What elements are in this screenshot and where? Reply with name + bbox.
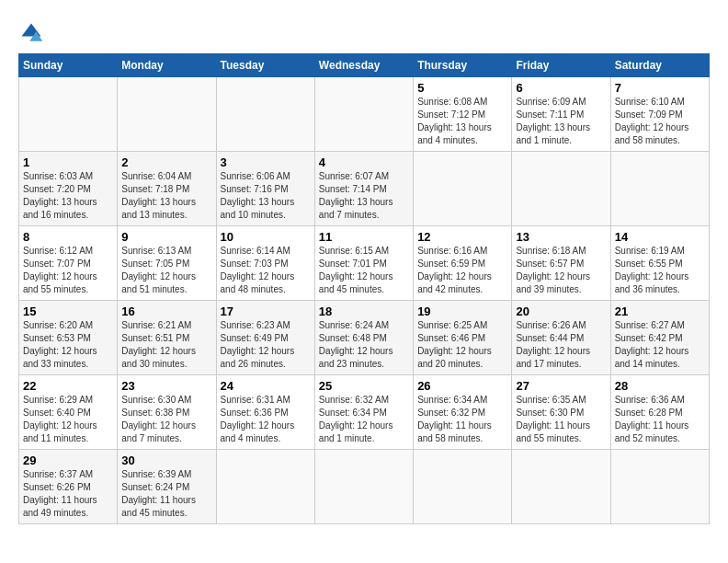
calendar-cell: 20Sunrise: 6:26 AMSunset: 6:44 PMDayligh… bbox=[512, 301, 610, 375]
calendar-cell bbox=[314, 450, 413, 524]
calendar-cell: 2Sunrise: 6:04 AMSunset: 7:18 PMDaylight… bbox=[118, 152, 216, 226]
day-detail: Sunrise: 6:16 AMSunset: 6:59 PMDaylight:… bbox=[417, 245, 507, 296]
day-detail: Sunrise: 6:29 AMSunset: 6:40 PMDaylight:… bbox=[23, 394, 113, 445]
calendar-cell: 28Sunrise: 6:36 AMSunset: 6:28 PMDayligh… bbox=[610, 375, 709, 450]
col-header-tuesday: Tuesday bbox=[216, 54, 314, 77]
calendar-cell: 8Sunrise: 6:12 AMSunset: 7:07 PMDaylight… bbox=[19, 226, 118, 301]
calendar-cell: 14Sunrise: 6:19 AMSunset: 6:55 PMDayligh… bbox=[610, 226, 709, 301]
calendar-table: SundayMondayTuesdayWednesdayThursdayFrid… bbox=[18, 53, 710, 524]
col-header-thursday: Thursday bbox=[414, 54, 512, 77]
day-number: 6 bbox=[516, 81, 606, 95]
day-number: 9 bbox=[121, 230, 211, 244]
col-header-sunday: Sunday bbox=[19, 54, 118, 77]
calendar-cell bbox=[118, 77, 216, 152]
calendar-cell: 4Sunrise: 6:07 AMSunset: 7:14 PMDaylight… bbox=[314, 152, 413, 226]
day-number: 3 bbox=[221, 155, 311, 169]
day-detail: Sunrise: 6:12 AMSunset: 7:07 PMDaylight:… bbox=[23, 245, 113, 296]
day-detail: Sunrise: 6:08 AMSunset: 7:12 PMDaylight:… bbox=[417, 96, 507, 147]
day-detail: Sunrise: 6:37 AMSunset: 6:26 PMDaylight:… bbox=[23, 468, 113, 520]
calendar-cell bbox=[414, 152, 512, 226]
logo bbox=[18, 20, 48, 46]
calendar-cell: 26Sunrise: 6:34 AMSunset: 6:32 PMDayligh… bbox=[414, 375, 512, 450]
calendar-cell bbox=[314, 77, 413, 152]
calendar-cell: 12Sunrise: 6:16 AMSunset: 6:59 PMDayligh… bbox=[414, 226, 512, 301]
calendar-cell: 19Sunrise: 6:25 AMSunset: 6:46 PMDayligh… bbox=[414, 301, 512, 375]
calendar-cell bbox=[216, 77, 314, 152]
calendar-cell: 23Sunrise: 6:30 AMSunset: 6:38 PMDayligh… bbox=[118, 375, 216, 450]
day-detail: Sunrise: 6:27 AMSunset: 6:42 PMDaylight:… bbox=[615, 319, 705, 371]
col-header-monday: Monday bbox=[118, 54, 216, 77]
day-number: 8 bbox=[23, 230, 113, 244]
week-row-0: 5Sunrise: 6:08 AMSunset: 7:12 PMDaylight… bbox=[19, 77, 710, 152]
col-header-saturday: Saturday bbox=[610, 54, 709, 77]
day-detail: Sunrise: 6:14 AMSunset: 7:03 PMDaylight:… bbox=[221, 245, 311, 296]
calendar-cell: 7Sunrise: 6:10 AMSunset: 7:09 PMDaylight… bbox=[610, 77, 709, 152]
calendar-cell: 13Sunrise: 6:18 AMSunset: 6:57 PMDayligh… bbox=[512, 226, 610, 301]
calendar-cell: 10Sunrise: 6:14 AMSunset: 7:03 PMDayligh… bbox=[216, 226, 314, 301]
day-number: 21 bbox=[615, 304, 705, 318]
calendar-cell: 1Sunrise: 6:03 AMSunset: 7:20 PMDaylight… bbox=[19, 152, 118, 226]
day-detail: Sunrise: 6:20 AMSunset: 6:53 PMDaylight:… bbox=[23, 319, 113, 371]
day-number: 2 bbox=[121, 155, 211, 169]
day-number: 7 bbox=[615, 81, 705, 95]
calendar-cell: 30Sunrise: 6:39 AMSunset: 6:24 PMDayligh… bbox=[118, 450, 216, 524]
day-detail: Sunrise: 6:10 AMSunset: 7:09 PMDaylight:… bbox=[615, 96, 705, 147]
header-row: SundayMondayTuesdayWednesdayThursdayFrid… bbox=[19, 54, 710, 77]
day-number: 25 bbox=[319, 379, 409, 393]
calendar-cell: 17Sunrise: 6:23 AMSunset: 6:49 PMDayligh… bbox=[216, 301, 314, 375]
calendar-cell: 22Sunrise: 6:29 AMSunset: 6:40 PMDayligh… bbox=[19, 375, 118, 450]
calendar-cell: 9Sunrise: 6:13 AMSunset: 7:05 PMDaylight… bbox=[118, 226, 216, 301]
day-detail: Sunrise: 6:15 AMSunset: 7:01 PMDaylight:… bbox=[319, 245, 409, 296]
day-number: 1 bbox=[23, 155, 113, 169]
day-number: 23 bbox=[121, 379, 211, 393]
day-detail: Sunrise: 6:32 AMSunset: 6:34 PMDaylight:… bbox=[319, 394, 409, 445]
day-detail: Sunrise: 6:24 AMSunset: 6:48 PMDaylight:… bbox=[319, 319, 409, 371]
calendar-cell: 5Sunrise: 6:08 AMSunset: 7:12 PMDaylight… bbox=[414, 77, 512, 152]
day-number: 14 bbox=[615, 230, 705, 244]
day-number: 10 bbox=[221, 230, 311, 244]
day-detail: Sunrise: 6:39 AMSunset: 6:24 PMDaylight:… bbox=[121, 468, 211, 520]
day-detail: Sunrise: 6:04 AMSunset: 7:18 PMDaylight:… bbox=[121, 170, 211, 222]
calendar-cell bbox=[512, 450, 610, 524]
day-number: 27 bbox=[516, 379, 606, 393]
day-number: 29 bbox=[23, 454, 113, 467]
calendar-cell: 21Sunrise: 6:27 AMSunset: 6:42 PMDayligh… bbox=[610, 301, 709, 375]
calendar-cell bbox=[512, 152, 610, 226]
col-header-friday: Friday bbox=[512, 54, 610, 77]
calendar-cell bbox=[216, 450, 314, 524]
week-row-3: 15Sunrise: 6:20 AMSunset: 6:53 PMDayligh… bbox=[19, 301, 710, 375]
calendar-cell: 27Sunrise: 6:35 AMSunset: 6:30 PMDayligh… bbox=[512, 375, 610, 450]
day-detail: Sunrise: 6:03 AMSunset: 7:20 PMDaylight:… bbox=[23, 170, 113, 222]
week-row-2: 8Sunrise: 6:12 AMSunset: 7:07 PMDaylight… bbox=[19, 226, 710, 301]
calendar-cell bbox=[610, 152, 709, 226]
day-number: 15 bbox=[23, 304, 113, 318]
day-detail: Sunrise: 6:36 AMSunset: 6:28 PMDaylight:… bbox=[615, 394, 705, 445]
calendar-cell: 3Sunrise: 6:06 AMSunset: 7:16 PMDaylight… bbox=[216, 152, 314, 226]
week-row-4: 22Sunrise: 6:29 AMSunset: 6:40 PMDayligh… bbox=[19, 375, 710, 450]
day-number: 16 bbox=[121, 304, 211, 318]
calendar-cell: 25Sunrise: 6:32 AMSunset: 6:34 PMDayligh… bbox=[314, 375, 413, 450]
calendar-cell bbox=[414, 450, 512, 524]
day-detail: Sunrise: 6:21 AMSunset: 6:51 PMDaylight:… bbox=[121, 319, 211, 371]
day-number: 17 bbox=[221, 304, 311, 318]
day-detail: Sunrise: 6:06 AMSunset: 7:16 PMDaylight:… bbox=[221, 170, 311, 222]
calendar-cell: 16Sunrise: 6:21 AMSunset: 6:51 PMDayligh… bbox=[118, 301, 216, 375]
day-detail: Sunrise: 6:30 AMSunset: 6:38 PMDaylight:… bbox=[121, 394, 211, 445]
page-header bbox=[18, 17, 710, 46]
day-detail: Sunrise: 6:19 AMSunset: 6:55 PMDaylight:… bbox=[615, 245, 705, 296]
calendar-cell: 18Sunrise: 6:24 AMSunset: 6:48 PMDayligh… bbox=[314, 301, 413, 375]
week-row-5: 29Sunrise: 6:37 AMSunset: 6:26 PMDayligh… bbox=[19, 450, 710, 524]
day-number: 22 bbox=[23, 379, 113, 393]
calendar-cell bbox=[610, 450, 709, 524]
day-number: 13 bbox=[516, 230, 606, 244]
day-detail: Sunrise: 6:13 AMSunset: 7:05 PMDaylight:… bbox=[121, 245, 211, 296]
day-detail: Sunrise: 6:23 AMSunset: 6:49 PMDaylight:… bbox=[221, 319, 311, 371]
day-detail: Sunrise: 6:18 AMSunset: 6:57 PMDaylight:… bbox=[516, 245, 606, 296]
day-number: 18 bbox=[319, 304, 409, 318]
day-number: 5 bbox=[417, 81, 507, 95]
calendar-cell: 24Sunrise: 6:31 AMSunset: 6:36 PMDayligh… bbox=[216, 375, 314, 450]
day-number: 4 bbox=[319, 155, 409, 169]
calendar-page: SundayMondayTuesdayWednesdayThursdayFrid… bbox=[0, 0, 728, 563]
day-number: 26 bbox=[417, 379, 507, 393]
day-number: 30 bbox=[121, 454, 211, 467]
